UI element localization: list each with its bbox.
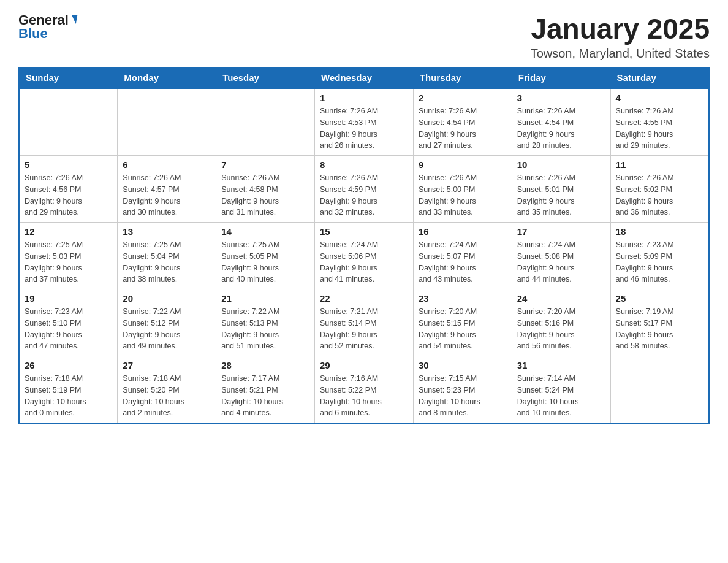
day-number: 1: [320, 93, 408, 103]
day-number: 28: [221, 360, 309, 370]
day-info: Sunrise: 7:26 AMSunset: 4:54 PMDaylight:…: [517, 105, 605, 151]
day-number: 2: [419, 93, 507, 103]
calendar-cell: 19Sunrise: 7:23 AMSunset: 5:10 PMDayligh…: [19, 289, 118, 356]
day-number: 14: [221, 226, 309, 237]
page-header: General Blue January 2025 Towson, Maryla…: [18, 12, 710, 61]
day-number: 12: [25, 226, 112, 237]
calendar-week-1: 1Sunrise: 7:26 AMSunset: 4:53 PMDaylight…: [19, 88, 709, 156]
day-number: 18: [616, 226, 703, 237]
day-number: 4: [616, 93, 703, 103]
day-number: 11: [616, 159, 703, 170]
day-number: 5: [25, 159, 112, 170]
day-info: Sunrise: 7:19 AMSunset: 5:17 PMDaylight:…: [616, 306, 703, 352]
calendar-cell: 20Sunrise: 7:22 AMSunset: 5:12 PMDayligh…: [118, 289, 216, 356]
calendar-cell: 6Sunrise: 7:26 AMSunset: 4:57 PMDaylight…: [118, 156, 216, 223]
day-info: Sunrise: 7:26 AMSunset: 4:59 PMDaylight:…: [320, 172, 408, 218]
calendar-cell: [19, 88, 118, 156]
calendar-cell: 12Sunrise: 7:25 AMSunset: 5:03 PMDayligh…: [19, 223, 118, 289]
header-day-monday: Monday: [118, 67, 216, 89]
month-title: January 2025: [531, 12, 710, 45]
calendar-cell: 5Sunrise: 7:26 AMSunset: 4:56 PMDaylight…: [19, 156, 118, 223]
day-info: Sunrise: 7:18 AMSunset: 5:20 PMDaylight:…: [123, 373, 211, 419]
day-info: Sunrise: 7:23 AMSunset: 5:09 PMDaylight:…: [616, 239, 703, 285]
calendar-week-5: 26Sunrise: 7:18 AMSunset: 5:19 PMDayligh…: [19, 356, 709, 424]
calendar-cell: 24Sunrise: 7:20 AMSunset: 5:16 PMDayligh…: [512, 289, 610, 356]
day-number: 15: [320, 226, 408, 237]
day-info: Sunrise: 7:20 AMSunset: 5:15 PMDaylight:…: [419, 306, 507, 352]
day-info: Sunrise: 7:25 AMSunset: 5:03 PMDaylight:…: [25, 239, 112, 285]
day-info: Sunrise: 7:25 AMSunset: 5:05 PMDaylight:…: [221, 239, 309, 285]
day-number: 27: [123, 360, 211, 370]
day-number: 30: [419, 360, 507, 370]
calendar-cell: 15Sunrise: 7:24 AMSunset: 5:06 PMDayligh…: [315, 223, 414, 289]
day-info: Sunrise: 7:20 AMSunset: 5:16 PMDaylight:…: [517, 306, 605, 352]
day-info: Sunrise: 7:26 AMSunset: 4:53 PMDaylight:…: [320, 105, 408, 151]
header-day-tuesday: Tuesday: [216, 67, 315, 89]
calendar-cell: 31Sunrise: 7:14 AMSunset: 5:24 PMDayligh…: [512, 356, 610, 424]
calendar-cell: 26Sunrise: 7:18 AMSunset: 5:19 PMDayligh…: [19, 356, 118, 424]
calendar-week-3: 12Sunrise: 7:25 AMSunset: 5:03 PMDayligh…: [19, 223, 709, 289]
day-info: Sunrise: 7:26 AMSunset: 4:54 PMDaylight:…: [419, 105, 507, 151]
day-number: 26: [25, 360, 112, 370]
header-day-saturday: Saturday: [610, 67, 709, 89]
calendar-cell: 17Sunrise: 7:24 AMSunset: 5:08 PMDayligh…: [512, 223, 610, 289]
day-number: 8: [320, 159, 408, 170]
day-info: Sunrise: 7:25 AMSunset: 5:04 PMDaylight:…: [123, 239, 211, 285]
day-number: 19: [25, 293, 112, 304]
calendar-cell: 7Sunrise: 7:26 AMSunset: 4:58 PMDaylight…: [216, 156, 315, 223]
calendar-cell: 29Sunrise: 7:16 AMSunset: 5:22 PMDayligh…: [315, 356, 414, 424]
calendar-cell: 10Sunrise: 7:26 AMSunset: 5:01 PMDayligh…: [512, 156, 610, 223]
header-day-friday: Friday: [512, 67, 610, 89]
day-number: 9: [419, 159, 507, 170]
calendar-week-2: 5Sunrise: 7:26 AMSunset: 4:56 PMDaylight…: [19, 156, 709, 223]
calendar-cell: 25Sunrise: 7:19 AMSunset: 5:17 PMDayligh…: [610, 289, 709, 356]
day-info: Sunrise: 7:22 AMSunset: 5:12 PMDaylight:…: [123, 306, 211, 352]
day-number: 29: [320, 360, 408, 370]
calendar-cell: 3Sunrise: 7:26 AMSunset: 4:54 PMDaylight…: [512, 88, 610, 156]
calendar-cell: 8Sunrise: 7:26 AMSunset: 4:59 PMDaylight…: [315, 156, 414, 223]
calendar-cell: 9Sunrise: 7:26 AMSunset: 5:00 PMDaylight…: [413, 156, 512, 223]
calendar-cell: 1Sunrise: 7:26 AMSunset: 4:53 PMDaylight…: [315, 88, 414, 156]
header-day-thursday: Thursday: [413, 67, 512, 89]
day-info: Sunrise: 7:26 AMSunset: 4:58 PMDaylight:…: [221, 172, 309, 218]
calendar-table: SundayMondayTuesdayWednesdayThursdayFrid…: [18, 67, 710, 424]
day-info: Sunrise: 7:24 AMSunset: 5:06 PMDaylight:…: [320, 239, 408, 285]
calendar-cell: 14Sunrise: 7:25 AMSunset: 5:05 PMDayligh…: [216, 223, 315, 289]
day-number: 10: [517, 159, 605, 170]
calendar-cell: 30Sunrise: 7:15 AMSunset: 5:23 PMDayligh…: [413, 356, 512, 424]
day-number: 17: [517, 226, 605, 237]
calendar-cell: 27Sunrise: 7:18 AMSunset: 5:20 PMDayligh…: [118, 356, 216, 424]
calendar-cell: 16Sunrise: 7:24 AMSunset: 5:07 PMDayligh…: [413, 223, 512, 289]
day-info: Sunrise: 7:26 AMSunset: 5:00 PMDaylight:…: [419, 172, 507, 218]
day-info: Sunrise: 7:26 AMSunset: 5:02 PMDaylight:…: [616, 172, 703, 218]
day-number: 22: [320, 293, 408, 304]
location: Towson, Maryland, United States: [531, 47, 710, 61]
logo-triangle-icon: [70, 15, 77, 24]
header-day-wednesday: Wednesday: [315, 67, 414, 89]
day-number: 25: [616, 293, 703, 304]
day-number: 13: [123, 226, 211, 237]
day-number: 31: [517, 360, 605, 370]
calendar-cell: 21Sunrise: 7:22 AMSunset: 5:13 PMDayligh…: [216, 289, 315, 356]
day-number: 20: [123, 293, 211, 304]
calendar-cell: 4Sunrise: 7:26 AMSunset: 4:55 PMDaylight…: [610, 88, 709, 156]
calendar-cell: 11Sunrise: 7:26 AMSunset: 5:02 PMDayligh…: [610, 156, 709, 223]
day-info: Sunrise: 7:15 AMSunset: 5:23 PMDaylight:…: [419, 373, 507, 419]
day-info: Sunrise: 7:14 AMSunset: 5:24 PMDaylight:…: [517, 373, 605, 419]
day-number: 6: [123, 159, 211, 170]
calendar-cell: 13Sunrise: 7:25 AMSunset: 5:04 PMDayligh…: [118, 223, 216, 289]
day-info: Sunrise: 7:24 AMSunset: 5:08 PMDaylight:…: [517, 239, 605, 285]
day-number: 7: [221, 159, 309, 170]
calendar-cell: 23Sunrise: 7:20 AMSunset: 5:15 PMDayligh…: [413, 289, 512, 356]
day-number: 23: [419, 293, 507, 304]
logo-text-blue: Blue: [18, 26, 48, 42]
calendar-cell: 18Sunrise: 7:23 AMSunset: 5:09 PMDayligh…: [610, 223, 709, 289]
calendar-week-4: 19Sunrise: 7:23 AMSunset: 5:10 PMDayligh…: [19, 289, 709, 356]
calendar-cell: [216, 88, 315, 156]
calendar-cell: [610, 356, 709, 424]
day-number: 21: [221, 293, 309, 304]
logo: General Blue: [18, 12, 77, 42]
day-info: Sunrise: 7:18 AMSunset: 5:19 PMDaylight:…: [25, 373, 112, 419]
calendar-cell: 28Sunrise: 7:17 AMSunset: 5:21 PMDayligh…: [216, 356, 315, 424]
day-number: 24: [517, 293, 605, 304]
